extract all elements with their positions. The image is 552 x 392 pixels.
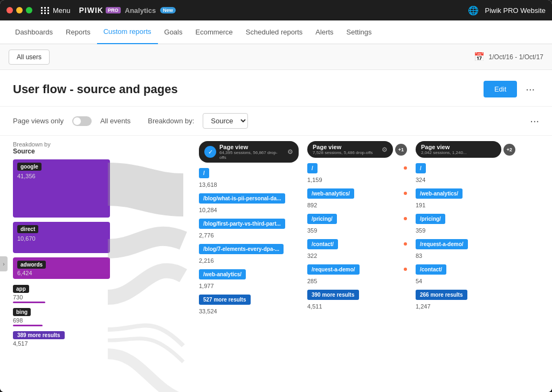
source-label-adwords: adwords [17, 261, 46, 269]
page-title: User flow - source and pages [13, 82, 484, 96]
date-range[interactable]: 📅 1/Oct/16 - 1/Oct/17 [474, 52, 543, 62]
chart-area: › Breakdown by Source google 41,356 [0, 136, 552, 392]
all-events-label: All events [100, 117, 130, 125]
pv1-item-3[interactable]: /blog/7-elements-every-dpa-... 2,216 [199, 244, 299, 264]
analytics-label: Analytics [125, 6, 156, 15]
website-name: Piwik PRO Website [485, 6, 546, 15]
pv3-add-badge: +2 [503, 144, 515, 156]
toolbar: All users 📅 1/Oct/16 - 1/Oct/17 [0, 44, 552, 70]
source-count-direct: 10,670 [17, 235, 106, 242]
drop-dot [404, 242, 407, 246]
globe-icon[interactable]: 🌐 [468, 5, 479, 16]
nav-dashboards[interactable]: Dashboards [9, 20, 59, 44]
pv1-item-1[interactable]: /blog/what-is-pii-personal-da... 10,284 [199, 193, 299, 213]
nav-ecommerce[interactable]: Ecommerce [189, 20, 239, 44]
edit-button[interactable]: Edit [484, 81, 517, 97]
pv2-item-0[interactable]: / 1,159 [307, 163, 407, 183]
pro-badge: PRO [106, 7, 121, 13]
segment-selector[interactable]: All users [9, 50, 50, 65]
close-button[interactable] [6, 7, 13, 13]
toggle-track[interactable] [72, 116, 92, 126]
toggle-switch[interactable] [72, 116, 92, 126]
nav-settings[interactable]: Settings [340, 20, 378, 44]
source-col-header: Breakdown by Source [13, 141, 121, 155]
breakdown-bar: Page views only All events Breakdown by:… [0, 107, 552, 136]
source-label-direct: direct [17, 225, 38, 233]
menu-grid-icon [41, 7, 50, 14]
source-label-bing: bing [13, 308, 31, 316]
pv1-item-4[interactable]: /web-analytics/ 1,977 [199, 269, 299, 289]
source-label-app: app [13, 285, 29, 293]
maximize-button[interactable] [26, 7, 32, 13]
source-count-more: 4,517 [13, 340, 121, 347]
nav-custom-reports[interactable]: Custom reports [97, 20, 158, 44]
source-item-bing[interactable]: bing 698 [13, 306, 121, 326]
source-count-bing: 698 [13, 317, 121, 324]
pv1-item-more[interactable]: 527 more results 33,524 [199, 295, 299, 314]
calendar-icon: 📅 [474, 52, 485, 62]
pv-col-2: Page view 7,528 sessions, 5,486 drop-off… [307, 141, 407, 388]
report-header: User flow - source and pages Edit ··· [0, 70, 552, 107]
pv-col-1: ✓ Page view 64,395 sessions, 56,867 drop… [199, 141, 299, 388]
traffic-lights [6, 7, 32, 13]
pv-col-3: Page view 2,042 sessions, 1,240... +2 / … [416, 141, 515, 388]
pv3-item-3[interactable]: /request-a-demo/ 83 [416, 239, 515, 259]
toggle-knob [73, 117, 81, 125]
pv2-item-4[interactable]: /request-a-demo/ 285 [307, 264, 407, 284]
title-bar: Menu PIWIK PRO Analytics New 🌐 Piwik PRO… [0, 0, 552, 20]
pv3-item-0[interactable]: / 324 [416, 163, 515, 183]
breakdown-select[interactable]: Source [203, 113, 248, 129]
source-item-app[interactable]: app 730 [13, 283, 121, 303]
drop-dot [404, 192, 407, 195]
pv3-item-more[interactable]: 266 more results 1,247 [416, 290, 515, 310]
pv1-header-text: Page view 64,395 sessions, 56,867 drop-o… [219, 144, 284, 160]
drop-dot [404, 217, 407, 220]
new-badge: New [160, 7, 176, 13]
source-item-more[interactable]: 389 more results 4,517 [13, 330, 121, 347]
source-column: Breakdown by Source google 41,356 direc [13, 141, 121, 388]
page-views-label: Page views only [13, 117, 64, 125]
pv3-item-1[interactable]: /web-analytics/ 191 [416, 188, 515, 208]
pv1-item-2[interactable]: /blog/first-party-vs-third-part... 2,776 [199, 219, 299, 239]
drop-dot [404, 268, 407, 271]
main-content: User flow - source and pages Edit ··· Pa… [0, 70, 552, 392]
nav-reports[interactable]: Reports [59, 20, 97, 44]
source-item-adwords[interactable]: adwords 6,424 [13, 257, 121, 279]
nav-goals[interactable]: Goals [158, 20, 189, 44]
nav-alerts[interactable]: Alerts [309, 20, 340, 44]
pv1-gear-icon[interactable]: ⚙ [287, 148, 293, 156]
pv3-item-4[interactable]: /contact/ 54 [416, 264, 515, 284]
source-count-adwords: 6,424 [17, 270, 106, 276]
pv2-item-3[interactable]: /contact/ 322 [307, 239, 407, 259]
pv1-icon: ✓ [204, 146, 216, 158]
pv2-item-more[interactable]: 390 more results 4,511 [307, 290, 407, 310]
app-window: Menu PIWIK PRO Analytics New 🌐 Piwik PRO… [0, 0, 552, 392]
breakdown-label: Breakdown by: [148, 117, 194, 125]
drop-dot [404, 166, 407, 170]
nav-bar: Dashboards Reports Custom reports Goals … [0, 20, 552, 44]
pv2-add-badge: +1 [395, 144, 407, 156]
pv2-item-1[interactable]: /web-analytics/ 892 [307, 188, 407, 208]
source-label-more: 389 more results [13, 331, 65, 339]
breakdown-more-button[interactable]: ··· [530, 115, 539, 127]
date-range-label: 1/Oct/16 - 1/Oct/17 [489, 53, 543, 61]
source-count-google: 41,356 [17, 173, 106, 179]
report-more-button[interactable]: ··· [521, 81, 539, 97]
minimize-button[interactable] [16, 7, 23, 13]
pv2-item-2[interactable]: /pricing/ 359 [307, 214, 407, 234]
titlebar-right: 🌐 Piwik PRO Website [468, 5, 546, 16]
pv1-item-0[interactable]: / 13,618 [199, 168, 299, 188]
source-count-app: 730 [13, 294, 121, 300]
pv2-header-text: Page view 7,528 sessions, 5,486 drop-off… [313, 144, 378, 155]
menu-label: Menu [53, 6, 71, 15]
nav-scheduled-reports[interactable]: Scheduled reports [239, 20, 309, 44]
source-item-direct[interactable]: direct 10,670 [13, 222, 121, 253]
pv3-item-2[interactable]: /pricing/ 359 [416, 214, 515, 234]
source-label-google: google [17, 163, 42, 171]
app-logo: PIWIK PRO Analytics New [79, 6, 176, 15]
source-item-google[interactable]: google 41,356 [13, 159, 121, 218]
pv3-header-text: Page view 2,042 sessions, 1,240... [421, 144, 496, 155]
menu-button[interactable]: Menu [41, 6, 71, 15]
pv2-gear-icon[interactable]: ⚙ [382, 146, 388, 153]
